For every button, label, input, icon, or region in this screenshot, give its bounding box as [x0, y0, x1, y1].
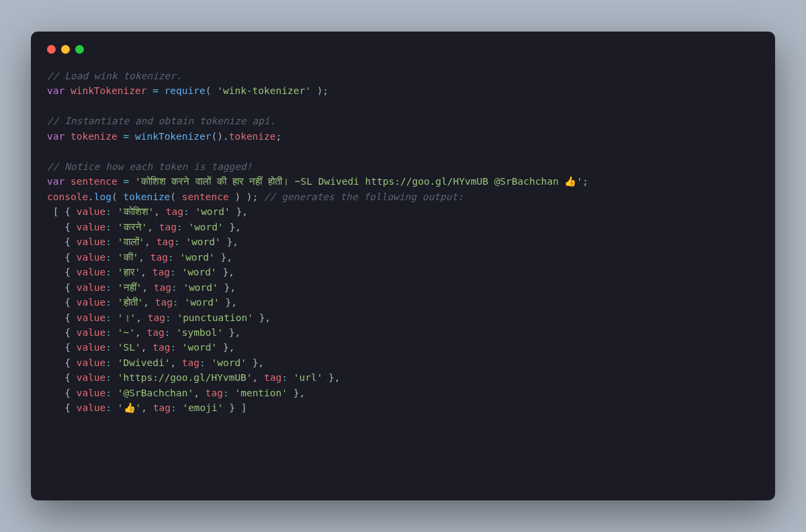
identifier: winkTokenizer: [71, 85, 147, 96]
keyword: var: [47, 85, 64, 96]
output-block: [ { value: 'कोशिश', tag: 'word' }, { val…: [47, 206, 341, 413]
string-literal: 'कोशिश करने वालों की हार नहीं होती। ~SL …: [135, 176, 582, 187]
function-call: require: [165, 85, 206, 96]
maximize-icon[interactable]: [75, 45, 84, 54]
minimize-icon[interactable]: [61, 45, 70, 54]
window-controls: [47, 45, 759, 54]
comment-line: // Load wink tokenizer.: [47, 71, 182, 81]
close-icon[interactable]: [47, 45, 56, 54]
string-literal: 'wink-tokenizer': [217, 85, 311, 96]
comment-line: // Instantiate and obtain tokenize api.: [47, 116, 275, 126]
code-window: // Load wink tokenizer. var winkTokenize…: [31, 32, 775, 500]
code-block: // Load wink tokenizer. var winkTokenize…: [47, 69, 759, 416]
comment-line: // Notice how each token is tagged!: [47, 161, 253, 172]
